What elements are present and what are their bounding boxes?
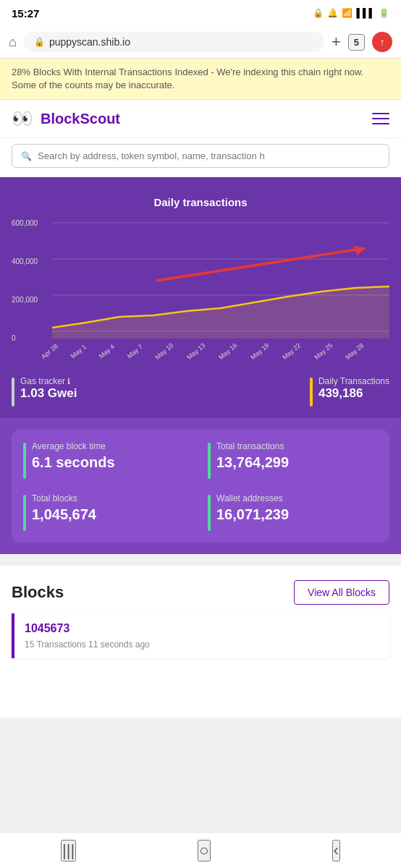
view-all-blocks-button[interactable]: View All Blocks bbox=[294, 580, 389, 605]
total-tx-label: Total transactions bbox=[216, 441, 289, 451]
blocks-header: Blocks View All Blocks bbox=[0, 566, 401, 613]
logo-text: BlockScout bbox=[41, 111, 120, 127]
total-blocks-value: 1,045,674 bbox=[32, 506, 96, 523]
daily-tx-value: 439,186 bbox=[318, 386, 389, 401]
total-blocks-metric: Total blocks 1,045,674 bbox=[23, 493, 193, 531]
wallet-addresses-value: 16,071,239 bbox=[216, 506, 289, 523]
wallet-addresses-metric: Wallet addresses 16,071,239 bbox=[208, 493, 378, 531]
gas-tracker-value: 1.03 Gwei bbox=[20, 386, 77, 401]
hamburger-menu[interactable] bbox=[372, 113, 389, 124]
daily-tx-label: Daily Transactions bbox=[318, 376, 389, 386]
total-tx-info: Total transactions 13,764,299 bbox=[216, 441, 289, 471]
search-input[interactable] bbox=[38, 150, 380, 161]
url-container[interactable]: 🔒 puppyscan.shib.io bbox=[24, 32, 324, 52]
nav-menu-button[interactable]: ||| bbox=[61, 840, 76, 861]
block-item[interactable]: 1045673 15 Transactions 11 seconds ago bbox=[12, 613, 389, 658]
info-icon: ℹ bbox=[67, 377, 70, 386]
wallet-addresses-info: Wallet addresses 16,071,239 bbox=[216, 493, 289, 523]
tab-count[interactable]: 5 bbox=[348, 34, 365, 51]
battery-icon: 🔋 bbox=[379, 8, 389, 18]
search-input-wrap[interactable]: 🔍 bbox=[12, 144, 389, 168]
navbar: 👀 BlockScout bbox=[0, 100, 401, 138]
wallet-addresses-bar bbox=[208, 495, 211, 531]
total-tx-metric: Total transactions 13,764,299 bbox=[208, 441, 378, 479]
bottom-spacer bbox=[0, 667, 401, 718]
total-blocks-info: Total blocks 1,045,674 bbox=[32, 493, 96, 523]
blocks-section: Blocks View All Blocks 1045673 15 Transa… bbox=[0, 566, 401, 718]
daily-tx-stat: Daily Transactions 439,186 bbox=[310, 376, 389, 407]
indexing-banner: 28% Blocks With Internal Transactions In… bbox=[0, 59, 401, 100]
metrics-section: Average block time 6.1 seconds Total tra… bbox=[0, 418, 401, 554]
logo-icon: 👀 bbox=[12, 109, 33, 129]
bottom-nav: ||| ○ ‹ bbox=[0, 832, 401, 868]
total-blocks-label: Total blocks bbox=[32, 493, 96, 503]
y-label-600k: 600,000 bbox=[12, 219, 49, 227]
signal-icon: ▌▌▌ bbox=[356, 8, 375, 18]
avg-block-time-value: 6.1 seconds bbox=[32, 454, 115, 471]
logo-area[interactable]: 👀 BlockScout bbox=[12, 109, 120, 129]
status-bar: 15:27 🔒 🔔 📶 ▌▌▌ 🔋 bbox=[0, 0, 401, 26]
alarm-icon: 🔔 bbox=[327, 8, 338, 18]
home-icon[interactable]: ⌂ bbox=[9, 35, 17, 50]
chart-svg bbox=[52, 216, 389, 346]
daily-tx-bar bbox=[310, 378, 313, 407]
banner-text: 28% Blocks With Internal Transactions In… bbox=[12, 67, 363, 90]
metrics-grid: Average block time 6.1 seconds Total tra… bbox=[12, 430, 389, 542]
main-section: Daily transactions 600,000 400,000 200,0… bbox=[0, 177, 401, 418]
url-lock-icon: 🔒 bbox=[34, 37, 45, 47]
chart-title: Daily transactions bbox=[12, 196, 389, 208]
status-icons: 🔒 🔔 📶 ▌▌▌ 🔋 bbox=[313, 8, 389, 18]
wallet-addresses-label: Wallet addresses bbox=[216, 493, 289, 503]
nav-back-button[interactable]: ‹ bbox=[332, 840, 340, 861]
block-meta: 15 Transactions 11 seconds ago bbox=[25, 639, 379, 650]
svg-line-5 bbox=[156, 248, 365, 281]
block-number[interactable]: 1045673 bbox=[25, 622, 379, 635]
y-label-400k: 400,000 bbox=[12, 258, 49, 265]
avg-block-time-label: Average block time bbox=[32, 441, 115, 451]
x-axis: Apr 28 May 1 May 4 May 7 May 10 May 13 M… bbox=[12, 346, 389, 356]
blocks-title: Blocks bbox=[12, 583, 64, 602]
status-time: 15:27 bbox=[12, 7, 39, 20]
gas-tracker-bar bbox=[12, 378, 14, 407]
profile-icon[interactable]: ↑ bbox=[372, 32, 392, 52]
avg-block-time-info: Average block time 6.1 seconds bbox=[32, 441, 115, 471]
avg-block-time-metric: Average block time 6.1 seconds bbox=[23, 441, 193, 479]
svg-marker-4 bbox=[52, 286, 389, 339]
total-tx-bar bbox=[208, 443, 211, 479]
url-text: puppyscan.shib.io bbox=[49, 36, 130, 48]
y-label-200k: 200,000 bbox=[12, 296, 49, 304]
total-blocks-bar bbox=[23, 495, 26, 531]
address-bar: ⌂ 🔒 puppyscan.shib.io + 5 ↑ bbox=[0, 26, 401, 59]
gas-tracker-info: Gas tracker ℹ 1.03 Gwei bbox=[20, 376, 77, 401]
gas-tracker-stat: Gas tracker ℹ 1.03 Gwei bbox=[12, 376, 77, 407]
daily-tx-info: Daily Transactions 439,186 bbox=[318, 376, 389, 401]
spacer bbox=[0, 554, 401, 566]
wifi-icon: 📶 bbox=[342, 8, 353, 18]
search-icon: 🔍 bbox=[21, 151, 32, 161]
gas-tracker-label: Gas tracker ℹ bbox=[20, 376, 77, 386]
search-bar: 🔍 bbox=[0, 138, 401, 177]
chart-container: Daily transactions 600,000 400,000 200,0… bbox=[12, 189, 389, 407]
lock-status-icon: 🔒 bbox=[313, 8, 324, 18]
y-label-0: 0 bbox=[12, 334, 49, 342]
avg-block-time-bar bbox=[23, 443, 26, 479]
new-tab-icon[interactable]: + bbox=[332, 33, 341, 51]
nav-home-button[interactable]: ○ bbox=[198, 840, 210, 861]
stats-row: Gas tracker ℹ 1.03 Gwei Daily Transactio… bbox=[12, 367, 389, 407]
total-tx-value: 13,764,299 bbox=[216, 454, 289, 471]
